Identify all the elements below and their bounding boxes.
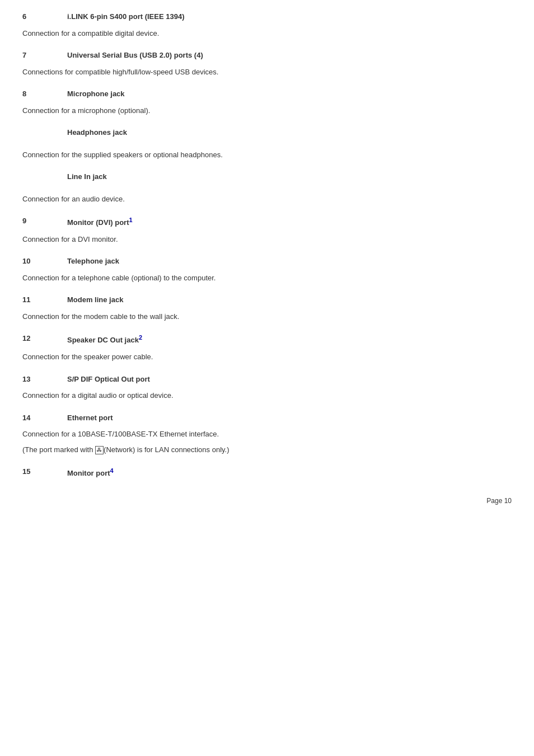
section-12-title: Speaker DC Out jack2 bbox=[67, 333, 142, 346]
section-headphones-body: Connection for the supplied speakers or … bbox=[22, 149, 512, 161]
section-headphones: Headphones jack Connection for the suppl… bbox=[22, 127, 512, 160]
section-9-title: Monitor (DVI) port1 bbox=[67, 215, 133, 228]
section-8-body: Connection for a microphone (optional). bbox=[22, 105, 512, 116]
section-9-footnote-link[interactable]: 1 bbox=[129, 217, 132, 223]
section-8: 8 Microphone jack Connection for a micro… bbox=[22, 88, 512, 116]
section-9-number: 9 bbox=[22, 215, 67, 228]
section-14-body-2: (The port marked with 🖧(Network) is for … bbox=[22, 444, 512, 456]
section-13-body: Connection for a digital audio or optica… bbox=[22, 390, 512, 401]
section-6-body: Connection for a compatible digital devi… bbox=[22, 28, 512, 39]
page-footer: Page 10 bbox=[22, 496, 512, 506]
section-9-body: Connection for a DVI monitor. bbox=[22, 234, 512, 245]
section-9: 9 Monitor (DVI) port1 Connection for a D… bbox=[22, 215, 512, 245]
section-8-title: Microphone jack bbox=[67, 88, 125, 100]
section-14: 14 Ethernet port Connection for a 10BASE… bbox=[22, 412, 512, 456]
section-10-title: Telephone jack bbox=[67, 256, 119, 267]
section-linein-number bbox=[22, 171, 67, 188]
section-10-number: 10 bbox=[22, 256, 67, 267]
section-14-body-1: Connection for a 10BASE-T/100BASE-TX Eth… bbox=[22, 429, 512, 440]
section-15-number: 15 bbox=[22, 466, 67, 479]
section-11: 11 Modem line jack Connection for the mo… bbox=[22, 294, 512, 322]
section-7-body: Connections for compatible high/full/low… bbox=[22, 67, 512, 78]
section-12-footnote-link[interactable]: 2 bbox=[139, 334, 142, 341]
section-11-title: Modem line jack bbox=[67, 294, 123, 306]
section-headphones-title: Headphones jack bbox=[67, 127, 127, 138]
section-headphones-number bbox=[22, 127, 67, 144]
section-10: 10 Telephone jack Connection for a telep… bbox=[22, 256, 512, 283]
section-7-title: Universal Serial Bus (USB 2.0) ports (4) bbox=[67, 50, 203, 61]
section-6: 6 i.LINK 6-pin S400 port (IEEE 1394) Con… bbox=[22, 11, 512, 39]
page-number: Page 10 bbox=[486, 497, 512, 505]
section-13-number: 13 bbox=[22, 374, 67, 385]
section-13: 13 S/P DIF Optical Out port Connection f… bbox=[22, 374, 512, 401]
document-body: 6 i.LINK 6-pin S400 port (IEEE 1394) Con… bbox=[22, 11, 512, 479]
section-15: 15 Monitor port4 bbox=[22, 466, 512, 479]
section-6-number: 6 bbox=[22, 11, 67, 22]
section-7-number: 7 bbox=[22, 50, 67, 61]
section-12-number: 12 bbox=[22, 333, 67, 346]
section-13-title: S/P DIF Optical Out port bbox=[67, 374, 150, 385]
section-15-footnote-link[interactable]: 4 bbox=[110, 467, 114, 474]
network-icon: 🖧 bbox=[95, 446, 104, 454]
section-6-title: i.LINK 6-pin S400 port (IEEE 1394) bbox=[67, 11, 185, 22]
section-15-title: Monitor port4 bbox=[67, 466, 114, 479]
section-8-number: 8 bbox=[22, 88, 67, 100]
section-12: 12 Speaker DC Out jack2 Connection for t… bbox=[22, 333, 512, 362]
section-14-number: 14 bbox=[22, 412, 67, 424]
section-11-number: 11 bbox=[22, 294, 67, 306]
section-linein-title: Line In jack bbox=[67, 171, 107, 182]
section-7: 7 Universal Serial Bus (USB 2.0) ports (… bbox=[22, 50, 512, 77]
section-14-title: Ethernet port bbox=[67, 412, 113, 424]
section-linein-body: Connection for an audio device. bbox=[22, 194, 512, 205]
section-10-body: Connection for a telephone cable (option… bbox=[22, 273, 512, 284]
section-11-body: Connection for the modem cable to the wa… bbox=[22, 311, 512, 322]
section-12-body: Connection for the speaker power cable. bbox=[22, 351, 512, 363]
section-linein: Line In jack Connection for an audio dev… bbox=[22, 171, 512, 204]
